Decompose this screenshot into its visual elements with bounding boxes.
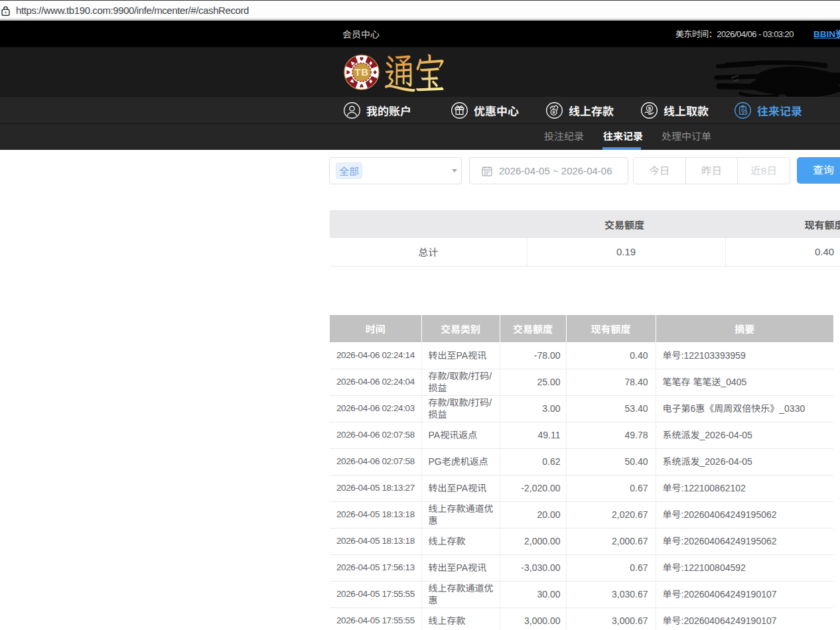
svg-text:TB: TB — [355, 66, 369, 78]
svg-text:$: $ — [648, 105, 652, 111]
